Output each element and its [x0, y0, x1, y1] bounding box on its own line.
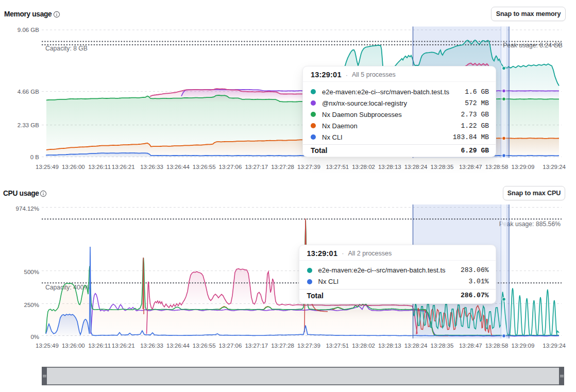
svg-text:2.33 GB: 2.33 GB — [18, 122, 40, 128]
svg-text:13:27:28: 13:27:28 — [271, 343, 294, 349]
svg-text:13:28:47: 13:28:47 — [459, 164, 482, 170]
svg-text:13:26:21: 13:26:21 — [112, 343, 135, 349]
svg-text:0 B: 0 B — [30, 154, 40, 160]
svg-text:13:26:55: 13:26:55 — [193, 164, 216, 170]
svg-text:13:28:35: 13:28:35 — [431, 343, 454, 349]
svg-text:13:27:17: 13:27:17 — [245, 164, 268, 170]
svg-text:13:26:21: 13:26:21 — [112, 164, 135, 170]
svg-text:13:28:13: 13:28:13 — [378, 343, 401, 349]
svg-text:13:25:49: 13:25:49 — [36, 164, 59, 170]
svg-text:4.66 GB: 4.66 GB — [18, 89, 40, 95]
svg-text:13:29:09: 13:29:09 — [512, 343, 535, 349]
svg-text:13:26:00: 13:26:00 — [62, 343, 85, 349]
svg-text:0%: 0% — [30, 334, 39, 340]
svg-text:Peak usage: 8.24 GB: Peak usage: 8.24 GB — [503, 42, 563, 49]
svg-text:13:28:24: 13:28:24 — [404, 343, 428, 349]
svg-text:13:29:09: 13:29:09 — [512, 164, 535, 170]
svg-text:13:26:33: 13:26:33 — [140, 164, 163, 170]
svg-text:9.06 GB: 9.06 GB — [18, 27, 40, 33]
svg-text:500%: 500% — [24, 269, 39, 275]
svg-text:13:26:44: 13:26:44 — [166, 343, 190, 349]
svg-text:13:26:00: 13:26:00 — [62, 164, 85, 170]
svg-text:13:28:02: 13:28:02 — [352, 343, 375, 349]
svg-text:13:28:02: 13:28:02 — [352, 164, 375, 170]
svg-text:13:27:51: 13:27:51 — [326, 343, 349, 349]
svg-text:13:28:13: 13:28:13 — [378, 164, 401, 170]
svg-text:13:26:55: 13:26:55 — [193, 343, 216, 349]
svg-text:13:26:11: 13:26:11 — [88, 343, 111, 349]
svg-text:13:26:11: 13:26:11 — [88, 164, 111, 170]
svg-text:Capacity: 8 GB: Capacity: 8 GB — [45, 45, 88, 52]
svg-text:13:28:24: 13:28:24 — [404, 164, 428, 170]
svg-text:13:28:58: 13:28:58 — [485, 343, 509, 349]
svg-text:13:28:58: 13:28:58 — [485, 164, 509, 170]
svg-text:13:25:49: 13:25:49 — [36, 343, 59, 349]
svg-text:13:26:44: 13:26:44 — [166, 164, 190, 170]
svg-text:13:27:51: 13:27:51 — [326, 164, 349, 170]
svg-text:250%: 250% — [24, 302, 39, 308]
svg-text:13:27:39: 13:27:39 — [297, 343, 320, 349]
svg-text:13:29:24: 13:29:24 — [543, 343, 566, 349]
svg-text:13:27:06: 13:27:06 — [219, 164, 242, 170]
svg-text:13:26:33: 13:26:33 — [140, 343, 163, 349]
svg-text:13:27:28: 13:27:28 — [271, 164, 294, 170]
svg-text:13:28:47: 13:28:47 — [459, 343, 482, 349]
svg-text:13:29:24: 13:29:24 — [543, 164, 566, 170]
svg-text:13:27:39: 13:27:39 — [297, 164, 320, 170]
svg-text:974.12%: 974.12% — [16, 206, 39, 212]
svg-text:13:28:35: 13:28:35 — [431, 164, 454, 170]
svg-text:13:27:17: 13:27:17 — [245, 343, 268, 349]
svg-text:13:27:06: 13:27:06 — [219, 343, 242, 349]
